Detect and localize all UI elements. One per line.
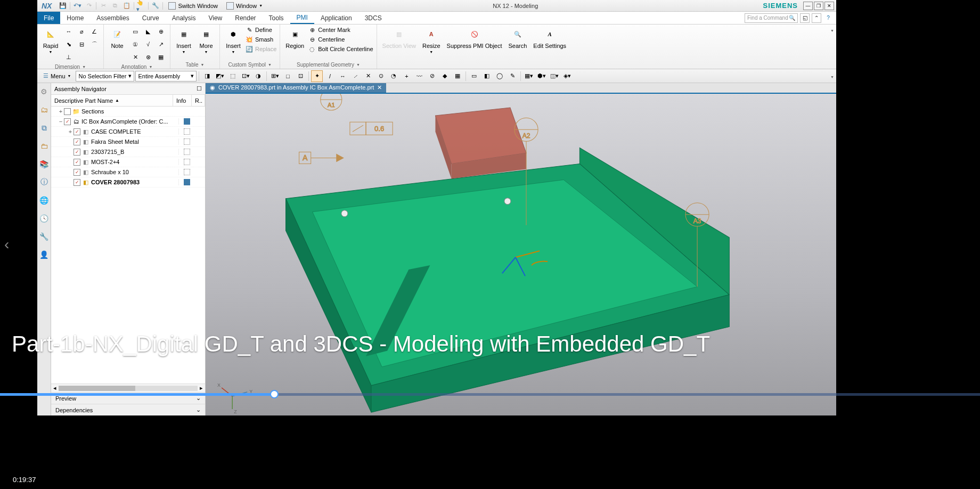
document-tab[interactable]: ◉ COVER 28007983.prt in Assembly IC Box … (206, 83, 386, 93)
tb-snap-endpoint[interactable]: / (324, 70, 336, 82)
checkbox[interactable] (64, 108, 71, 115)
find-command-input[interactable]: Find a Command 🔍 (745, 13, 798, 23)
datum-target-icon[interactable]: ⊕ (155, 26, 167, 37)
edit-settings-button[interactable]: AEdit Settings (531, 26, 568, 50)
tb-icon-3[interactable]: ⬚ (227, 70, 239, 82)
menu-tools[interactable]: Tools (263, 12, 290, 24)
hd3d-tab[interactable]: ⓘ (39, 177, 50, 188)
menu-button[interactable]: ☰ Menu ▼ (39, 72, 75, 80)
ribbon-options-icon[interactable]: ▼ (830, 29, 834, 32)
rapid-dimension-button[interactable]: 📐 Rapid ▼ (40, 26, 61, 55)
menu-assemblies[interactable]: Assemblies (90, 12, 135, 24)
copy-icon[interactable]: ⧉ (110, 1, 120, 11)
tb-view-1[interactable]: ▭ (468, 70, 480, 82)
dependencies-section[interactable]: Dependencies ⌄ (51, 404, 205, 415)
scroll-right-icon[interactable]: ▸ (200, 385, 203, 392)
tb-icon-6[interactable]: ⊞▾ (269, 70, 281, 82)
cut-icon[interactable]: ✂ (99, 1, 108, 11)
restore-ribbon-icon[interactable]: ◱ (800, 13, 810, 23)
insert-symbol-button[interactable]: ⬢ Insert ▼ (223, 26, 243, 55)
define-symbol-button[interactable]: ✎Define (246, 26, 276, 34)
checkbox[interactable]: ✓ (74, 179, 80, 186)
save-icon[interactable]: 💾 (58, 1, 68, 11)
tree-row[interactable]: ✓◧Fakra Sheet Metal (51, 137, 205, 147)
dropdown-icon[interactable]: ▼ (149, 65, 152, 69)
balloon-icon[interactable]: ① (129, 38, 141, 50)
centerline-button[interactable]: ⊖Centerline (308, 35, 373, 44)
toolbar-options-icon[interactable]: ▼ (830, 75, 834, 79)
tb-icon-1[interactable]: ◨ (201, 70, 213, 82)
suppress-button[interactable]: 🚫Suppress PMI Object (445, 26, 504, 50)
tb-snap-midpoint[interactable]: ↔ (337, 70, 348, 82)
3d-canvas[interactable]: A 0.6 A1 (206, 94, 836, 415)
menu-home[interactable]: Home (60, 12, 90, 24)
tree-row[interactable]: ✓◧23037215_B (51, 147, 205, 157)
tb-snap-tangent[interactable]: ⊘ (426, 70, 438, 82)
expander-icon[interactable]: − (58, 118, 64, 125)
tb-snap-control[interactable]: ⟋ (349, 70, 361, 82)
constraint-navigator-tab[interactable]: ⧉ (39, 123, 50, 133)
angular-dim-icon[interactable]: ∠ (88, 26, 100, 37)
paste-icon[interactable]: 📋 (122, 1, 132, 11)
col-header-name[interactable]: Descriptive Part Name ▲ (51, 95, 173, 106)
intersection-icon[interactable]: ⊗ (142, 51, 154, 63)
hatch-icon[interactable]: ▦ (155, 51, 167, 63)
tb-snap-general[interactable]: ✦ (311, 70, 323, 82)
part-navigator-tab[interactable]: 🗀 (39, 141, 50, 151)
tree-row[interactable]: +📁Sections (51, 107, 205, 117)
full-screen-icon[interactable]: ⌃ (812, 13, 821, 23)
region-button[interactable]: ▣ Region (283, 26, 306, 50)
tb-snap-arc-center[interactable]: ⊙ (375, 70, 387, 82)
linear-dim-icon[interactable]: ↔ (63, 26, 75, 37)
dropdown-icon[interactable]: ▼ (268, 63, 272, 67)
web-browser-tab[interactable]: 🌐 (39, 195, 50, 206)
tb-icon-5[interactable]: ◑ (252, 70, 264, 82)
menu-file[interactable]: File (37, 12, 60, 24)
checkbox[interactable]: ✓ (74, 169, 80, 176)
ordinate-dim-icon[interactable]: ⊥ (63, 51, 75, 63)
tb-icon-7[interactable]: □ (282, 70, 293, 82)
tb-view-2[interactable]: ◧ (481, 70, 493, 82)
weld-symbol-icon[interactable]: ↗ (155, 38, 167, 50)
switch-window-button[interactable]: Switch Window (165, 2, 221, 10)
assembly-navigator-tab[interactable]: 🗂 (39, 104, 50, 115)
tb-icon-2[interactable]: ◩▾ (214, 70, 226, 82)
video-progress-bar[interactable] (0, 393, 980, 396)
tb-snap-quadrant[interactable]: ◔ (388, 70, 399, 82)
col-header-info[interactable]: Info (173, 95, 192, 106)
bolt-circle-button[interactable]: ◌Bolt Circle Centerline (308, 45, 373, 53)
selection-filter-dropdown[interactable]: No Selection Filter▾ (76, 71, 134, 82)
menu-view[interactable]: View (202, 12, 228, 24)
undo-icon[interactable]: ↶▾ (72, 1, 82, 11)
feature-control-frame-icon[interactable]: ▭ (129, 26, 141, 37)
tree-row[interactable]: ✓◧MOST-2+4 (51, 157, 205, 167)
target-point-icon[interactable]: ✕ (129, 51, 141, 63)
menu-analysis[interactable]: Analysis (166, 12, 202, 24)
tree-row[interactable]: +✓◧CASE COMPLETE (51, 127, 205, 137)
checkbox[interactable]: ✓ (64, 118, 71, 125)
center-mark-button[interactable]: ⊕Center Mark (308, 26, 373, 34)
chamfer-dim-icon[interactable]: ⬊ (63, 38, 75, 50)
tree-row[interactable]: ✓◧COVER 28007983 (51, 177, 205, 188)
menu-pmi[interactable]: PMI (290, 12, 314, 24)
checkbox[interactable]: ✓ (74, 128, 80, 135)
scope-filter-dropdown[interactable]: Entire Assembly▾ (135, 71, 197, 82)
tb-snap-intersection[interactable]: ✕ (362, 70, 374, 82)
expander-icon[interactable]: + (58, 108, 64, 115)
minimize-button[interactable]: — (803, 2, 813, 10)
touch-mode-icon[interactable]: 👆▾ (136, 1, 146, 11)
surface-finish-icon[interactable]: √ (142, 38, 154, 50)
pin-icon[interactable]: ☐ (197, 85, 202, 92)
roles-tab[interactable]: 👤 (39, 249, 50, 260)
checkbox[interactable]: ✓ (74, 159, 80, 166)
smash-symbol-button[interactable]: 💥Smash (246, 35, 276, 44)
tb-display-4[interactable]: ◈▾ (561, 70, 573, 82)
gear-icon[interactable]: ⚙ (39, 86, 50, 97)
datum-feature-icon[interactable]: ◣ (142, 26, 154, 37)
tb-snap-face[interactable]: ◆ (439, 70, 451, 82)
resize-button[interactable]: AResize▼ (420, 26, 443, 55)
reuse-library-tab[interactable]: 📚 (39, 159, 50, 169)
dropdown-icon[interactable]: ▼ (200, 63, 204, 67)
menu-application[interactable]: Application (314, 12, 358, 24)
tb-view-3[interactable]: ◯ (494, 70, 505, 82)
